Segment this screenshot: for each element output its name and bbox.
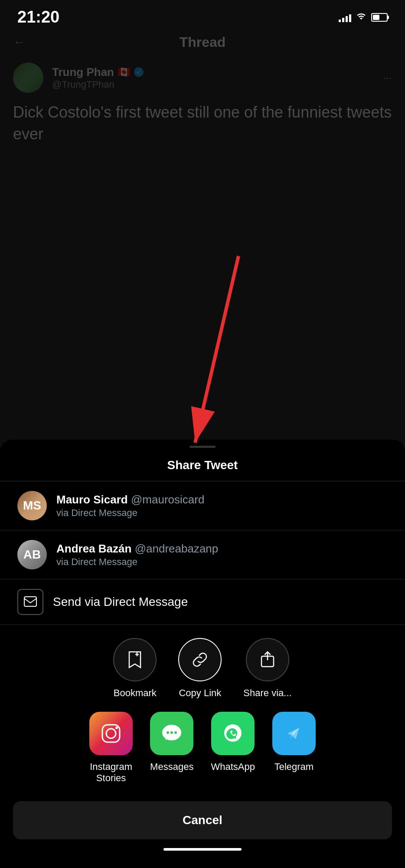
send-dm-row[interactable]: Send via Direct Message: [0, 579, 405, 625]
bookmark-circle: [113, 638, 157, 681]
svg-point-10: [167, 731, 169, 734]
copy-link-circle: [178, 638, 222, 681]
share-sheet: Share Tweet MS Mauro Sicard @maurosicard…: [0, 440, 405, 868]
contact-sub-mauro: via Direct Message: [56, 507, 388, 519]
messages-label: Messages: [150, 761, 193, 773]
svg-point-7: [106, 729, 116, 738]
share-via-action[interactable]: Share via...: [243, 638, 291, 699]
contact-avatar-mauro: MS: [17, 491, 47, 520]
telegram-label: Telegram: [274, 761, 314, 773]
status-bar: 21:20: [0, 0, 405, 31]
battery-icon: [371, 13, 388, 22]
actions-row: Bookmark Copy Link Share via...: [0, 625, 405, 707]
telegram-icon: [272, 712, 316, 755]
cancel-label: Cancel: [183, 813, 222, 827]
whatsapp-label: WhatsApp: [211, 761, 255, 773]
messages-icon: [150, 712, 193, 755]
bookmark-action[interactable]: Bookmark: [113, 638, 157, 699]
dm-label: Send via Direct Message: [53, 595, 188, 609]
copy-link-action[interactable]: Copy Link: [178, 638, 222, 699]
home-indicator: [163, 848, 242, 851]
dm-icon: [17, 589, 43, 615]
svg-point-12: [174, 731, 177, 734]
status-time: 21:20: [17, 8, 59, 26]
svg-point-8: [115, 727, 118, 729]
share-via-circle: [246, 638, 289, 681]
telegram-app[interactable]: Telegram: [272, 712, 316, 784]
share-title: Share Tweet: [0, 448, 405, 481]
bookmark-label: Bookmark: [114, 687, 157, 699]
wifi-icon: [356, 12, 367, 23]
contact-info-mauro: Mauro Sicard @maurosicard via Direct Mes…: [56, 493, 388, 519]
messages-app[interactable]: Messages: [150, 712, 193, 784]
contact-row-mauro[interactable]: MS Mauro Sicard @maurosicard via Direct …: [0, 481, 405, 530]
apps-row: InstagramStories Messages: [0, 707, 405, 792]
share-via-label: Share via...: [243, 687, 291, 699]
whatsapp-app[interactable]: WhatsApp: [211, 712, 255, 784]
instagram-stories-app[interactable]: InstagramStories: [89, 712, 133, 784]
copy-link-label: Copy Link: [179, 687, 221, 699]
signal-icon: [339, 13, 351, 22]
contact-sub-andrea: via Direct Message: [56, 556, 388, 568]
whatsapp-icon: [211, 712, 255, 755]
svg-point-11: [170, 731, 173, 734]
contact-info-andrea: Andrea Bazán @andreabazanp via Direct Me…: [56, 542, 388, 568]
contact-avatar-andrea: AB: [17, 540, 47, 569]
status-icons: [339, 12, 388, 23]
svg-rect-2: [24, 597, 36, 606]
contact-name-andrea: Andrea Bazán @andreabazanp: [56, 542, 388, 556]
cancel-button[interactable]: Cancel: [13, 801, 392, 839]
contact-row-andrea[interactable]: AB Andrea Bazán @andreabazanp via Direct…: [0, 530, 405, 579]
contact-name-mauro: Mauro Sicard @maurosicard: [56, 493, 388, 506]
instagram-label: InstagramStories: [90, 761, 132, 784]
instagram-icon: [89, 712, 133, 755]
